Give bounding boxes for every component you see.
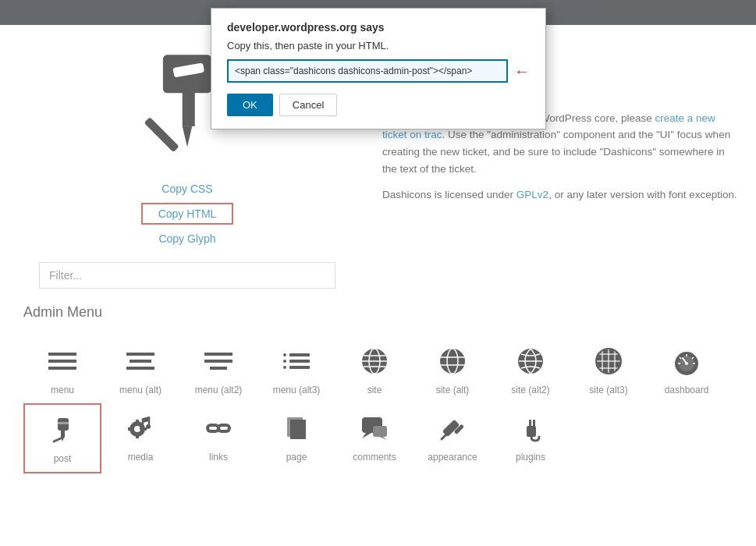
dialog-subtitle: Copy this, then paste in your HTML. bbox=[227, 40, 530, 51]
dialog-box: developer.wordpress.org says Copy this, … bbox=[211, 8, 546, 129]
dialog-input-row: ← bbox=[227, 59, 530, 83]
ok-button[interactable]: OK bbox=[227, 94, 273, 116]
dialog-html-input[interactable] bbox=[227, 59, 508, 83]
dialog-title: developer.wordpress.org says bbox=[227, 21, 530, 34]
dialog-overlay: developer.wordpress.org says Copy this, … bbox=[0, 0, 756, 546]
cancel-button[interactable]: Cancel bbox=[279, 94, 337, 116]
dialog-buttons: OK Cancel bbox=[227, 94, 530, 116]
arrow-icon: ← bbox=[514, 62, 530, 80]
